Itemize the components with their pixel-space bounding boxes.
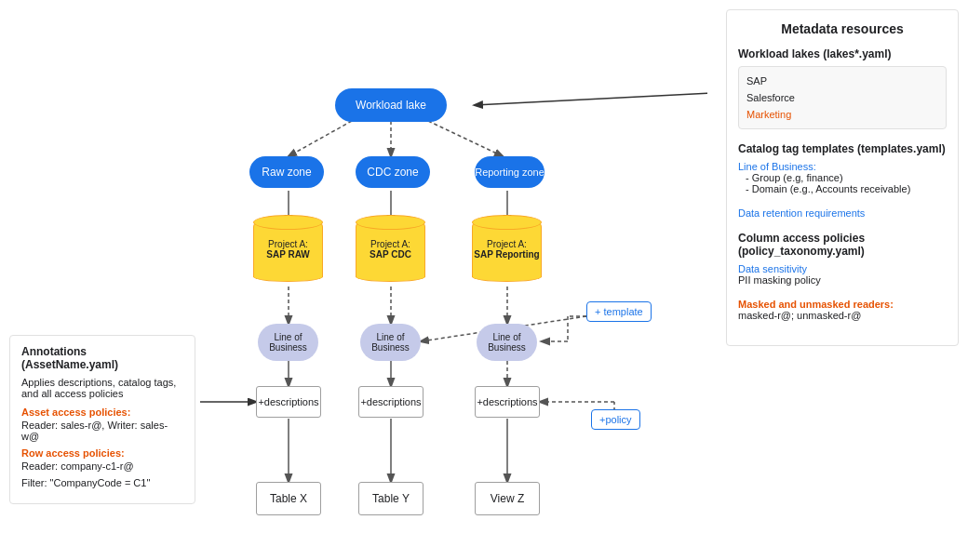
svg-line-22	[475, 93, 707, 105]
workload-section-title: Workload lakes (lakes*.yaml)	[738, 47, 947, 60]
workload-item-sap: SAP	[746, 73, 938, 89]
lob-node-1: Line ofBusiness	[258, 324, 318, 361]
data-retention-label: Data retention requirements	[738, 207, 947, 219]
reporting-zone-node: Reporting zone	[475, 156, 544, 188]
template-badge: + template	[586, 301, 652, 322]
workload-item-marketing: Marketing	[746, 106, 938, 123]
row-access-text: Reader: company-c1-r@	[21, 460, 183, 472]
project-a-raw-node: Project A:SAP RAW	[253, 221, 323, 277]
workload-item-salesforce: Salesforce	[746, 89, 938, 106]
data-sensitivity-item: Data sensitivity	[738, 263, 947, 274]
svg-line-2	[428, 121, 503, 156]
view-z-node: View Z	[475, 482, 540, 515]
pii-masking-item: PII masking policy	[738, 274, 947, 286]
row-access-label: Row access policies:	[21, 447, 183, 459]
raw-zone-node: Raw zone	[249, 156, 324, 188]
desc-node-1: +descriptions	[256, 386, 321, 418]
masked-values: masked-r@; unmasked-r@	[738, 310, 947, 321]
lob-item-1: - Group (e.g, finance)	[738, 172, 947, 183]
catalog-section-title: Catalog tag templates (templates.yaml)	[738, 142, 947, 155]
cdc-zone-node: CDC zone	[356, 156, 430, 188]
filter-text: Filter: "CompanyCode = C1"	[21, 477, 183, 488]
svg-line-0	[289, 121, 352, 156]
lob-label: Line of Business:	[738, 161, 947, 172]
lob-node-2: Line ofBusiness	[360, 324, 421, 361]
workload-section: Workload lakes (lakes*.yaml) SAP Salesfo…	[738, 47, 947, 129]
desc-node-3: +descriptions	[475, 386, 540, 418]
metadata-panel: Metadata resources Workload lakes (lakes…	[726, 9, 959, 346]
lob-item-2: - Domain (e.g., Accounts receivable)	[738, 183, 947, 194]
main-container: Workload lake Raw zone CDC zone Reportin…	[0, 0, 968, 560]
metadata-title: Metadata resources	[738, 21, 947, 36]
lob-node-3: Line ofBusiness	[477, 324, 537, 361]
masked-label: Masked and unmasked readers:	[738, 299, 947, 310]
annotations-title: Annotations (AssetName.yaml)	[21, 345, 183, 371]
policy-badge: +policy	[591, 409, 640, 430]
table-y-node: Table Y	[358, 482, 424, 515]
project-a-reporting-node: Project A:SAP Reporting	[472, 221, 542, 277]
annotations-panel: Annotations (AssetName.yaml) Applies des…	[9, 335, 195, 504]
asset-access-label: Asset access policies:	[21, 407, 183, 418]
column-section-title: Column access policies (policy_taxonomy.…	[738, 232, 947, 258]
column-section: Column access policies (policy_taxonomy.…	[738, 232, 947, 321]
workload-section-box: SAP Salesforce Marketing	[738, 66, 947, 129]
catalog-section: Catalog tag templates (templates.yaml) L…	[738, 142, 947, 219]
annotations-desc: Applies descriptions, catalog tags, and …	[21, 377, 183, 399]
project-a-cdc-node: Project A:SAP CDC	[356, 221, 425, 277]
workload-lake-node: Workload lake	[335, 88, 447, 122]
asset-access-text: Reader: sales-r@, Writer: sales-w@	[21, 420, 183, 442]
desc-node-2: +descriptions	[358, 386, 424, 418]
table-x-node: Table X	[256, 482, 321, 515]
